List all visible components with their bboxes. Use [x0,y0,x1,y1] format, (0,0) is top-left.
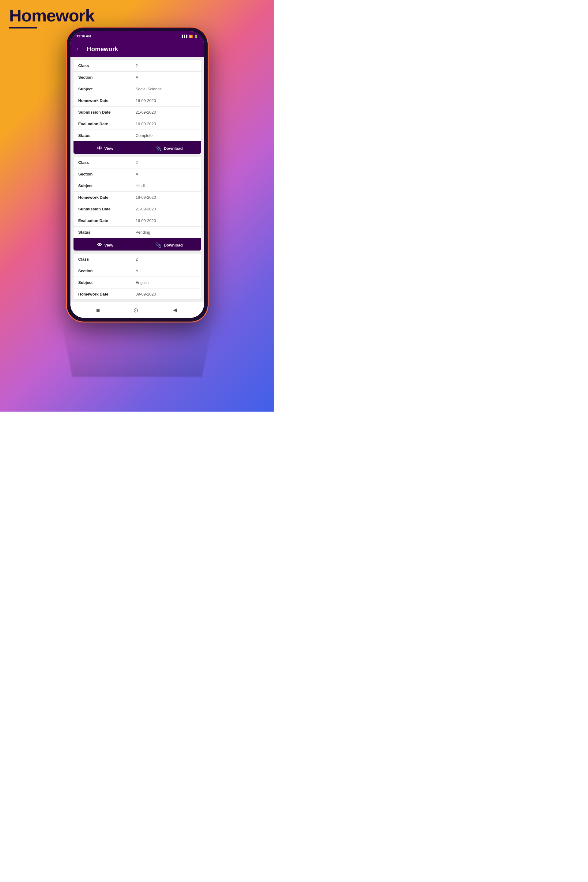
card-3-table: Class 2 Section A Subject English Home [74,254,201,299]
table-row: Evaluation Date 16-09-2020 [74,118,201,130]
status-icons: ▐▐▐ 📶 🔋 [181,34,198,38]
table-row: Homework Date 16-09-2020 [74,95,201,106]
attachment-icon: 📎 [155,242,161,248]
nav-title: Homework [87,46,118,52]
field-value: Hindi [131,180,201,191]
field-label: Section [74,168,131,180]
field-label: Class [74,157,131,168]
view-label: View [104,146,113,151]
field-label: Section [74,265,131,276]
field-value: 09-09-2020 [131,288,201,299]
download-button-1[interactable]: 📎 Download [137,141,201,154]
field-label: Subject [74,83,131,95]
table-row: Section A [74,72,201,83]
field-value: 16-09-2020 [131,191,201,203]
view-label: View [104,243,113,248]
attachment-icon: 📎 [155,146,161,151]
table-row: Subject Social Science [74,83,201,95]
field-value: A [131,168,201,180]
field-label: Evaluation Date [74,118,131,130]
phone-reflection [60,316,214,376]
table-row: Subject Hindi [74,180,201,191]
bottom-nav: ■ ⊙ ◄ [70,302,204,318]
nav-square-button[interactable]: ■ [96,306,100,314]
field-label: Subject [74,276,131,288]
field-label: Evaluation Date [74,214,131,226]
view-button-2[interactable]: 👁 View [74,238,138,250]
field-value: Social Science [131,83,201,95]
view-button-1[interactable]: 👁 View [74,141,138,154]
field-label: Status [74,130,131,141]
table-row: Submission Date 21-09-2020 [74,106,201,118]
table-row: Homework Date 09-09-2020 [74,288,201,299]
field-value: 21-09-2020 [131,106,201,118]
field-value: 2 [131,254,201,265]
download-label: Download [164,146,183,151]
battery-icon: 🔋 [194,34,198,38]
screen-content[interactable]: Class 2 Section A Subject Social Science [70,57,204,302]
table-row: Class 2 [74,254,201,265]
field-label: Submission Date [74,203,131,214]
field-label: Homework Date [74,191,131,203]
table-row: Subject English [74,276,201,288]
field-value: 21-09-2020 [131,203,201,214]
homework-card-1: Class 2 Section A Subject Social Science [74,60,201,154]
field-value: 16-09-2020 [131,95,201,106]
field-value: 16-09-2020 [131,118,201,130]
download-button-2[interactable]: 📎 Download [137,238,201,250]
nav-home-button[interactable]: ⊙ [133,306,138,314]
field-label: Homework Date [74,288,131,299]
phone-device: 11:16 AM ▐▐▐ 📶 🔋 ← Homework Class [67,28,208,322]
field-value: 2 [131,60,201,72]
field-label: Subject [74,180,131,191]
field-label: Class [74,254,131,265]
field-value: English [131,276,201,288]
field-value: A [131,265,201,276]
homework-card-3: Class 2 Section A Subject English Home [74,254,201,299]
field-value: A [131,72,201,83]
back-button[interactable]: ← [75,45,82,53]
field-value: 2 [131,157,201,168]
homework-card-2: Class 2 Section A Subject Hindi Homewo [74,157,201,250]
wifi-icon: 📶 [189,34,193,38]
table-row: Section A [74,168,201,180]
status-time: 11:16 AM [76,34,91,38]
field-label: Homework Date [74,95,131,106]
eye-icon: 👁 [97,242,102,248]
signal-icon: ▐▐▐ [181,34,187,38]
table-row: Submission Date 21-09-2020 [74,203,201,214]
card-2-actions: 👁 View 📎 Download [74,238,201,250]
field-label: Section [74,72,131,83]
title-underline [9,27,37,28]
nav-bar: ← Homework [70,41,204,57]
download-label: Download [164,243,183,248]
card-2-table: Class 2 Section A Subject Hindi Homewo [74,157,201,238]
phone-wrapper: 11:16 AM ▐▐▐ 📶 🔋 ← Homework Class [67,28,208,380]
field-label: Status [74,226,131,238]
phone-screen: 11:16 AM ▐▐▐ 📶 🔋 ← Homework Class [70,31,204,318]
eye-icon: 👁 [97,146,102,151]
table-row: Homework Date 16-09-2020 [74,191,201,203]
field-value: Complete [131,130,201,141]
field-value: 16-09-2020 [131,214,201,226]
table-row: Class 2 [74,157,201,168]
nav-back-button[interactable]: ◄ [172,306,178,314]
field-value: Pending [131,226,201,238]
card-1-actions: 👁 View 📎 Download [74,141,201,154]
table-row: Class 2 [74,60,201,72]
table-row: Section A [74,265,201,276]
status-bar: 11:16 AM ▐▐▐ 📶 🔋 [70,31,204,41]
page-title: Homework [9,6,94,26]
field-label: Class [74,60,131,72]
field-label: Submission Date [74,106,131,118]
table-row: Status Pending [74,226,201,238]
card-1-table: Class 2 Section A Subject Social Science [74,60,201,141]
table-row: Evaluation Date 16-09-2020 [74,214,201,226]
table-row: Status Complete [74,130,201,141]
